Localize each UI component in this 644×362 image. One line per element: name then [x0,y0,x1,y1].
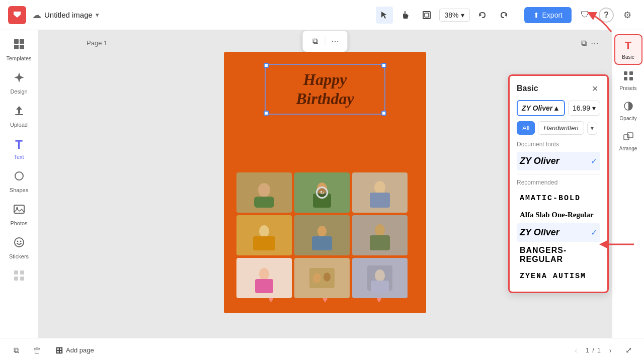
filter-all-button[interactable]: All [517,121,535,135]
photo-cell-9[interactable] [352,258,408,298]
photo-cell-8[interactable] [294,258,350,298]
page-separator: / [592,346,594,354]
svg-rect-44 [624,77,627,80]
hand-tool-button[interactable] [397,7,414,24]
svg-rect-20 [14,277,18,281]
settings-button[interactable]: ⚙ [619,7,636,24]
font-item-zyena-autism[interactable]: ZYENA AUTISM [517,268,600,285]
font-item-alfa-slab[interactable]: Alfa Slab One-Regular [517,207,600,223]
basic-icon: T [625,39,631,52]
svg-rect-1 [423,12,430,19]
font-item-bangers[interactable]: BANGERS-REGULAR [517,242,600,268]
export-button[interactable]: ⬆ Export [524,7,572,23]
sidebar-item-design[interactable]: Design [3,67,35,99]
right-sidebar: T Basic Presets Opacity Arrange [612,30,644,338]
svg-rect-13 [14,205,24,213]
font-name-alfa-slab: Alfa Slab One-Regular [520,211,594,219]
sidebar-item-more[interactable] [3,265,35,289]
sidebar-item-photos[interactable]: Photos [3,199,35,230]
heart-decorations: ♥ ♥ ♥ [224,295,426,305]
text-icon: T [15,138,23,152]
photo-cell-3[interactable] [352,172,408,213]
page-copy-button[interactable]: ⧉ [581,38,587,48]
svg-point-34 [259,268,269,280]
svg-point-26 [374,181,385,194]
font-dropdown-chevron-icon: ▲ [553,104,560,112]
bottom-copy-button[interactable]: ⧉ [8,342,24,358]
upload-icon [13,105,25,120]
title-text-element[interactable]: Happy Birthday [267,66,383,113]
font-check-zy-oliver-doc: ✓ [591,156,597,166]
sidebar-item-text[interactable]: T Text [3,134,35,164]
frame-tool-button[interactable] [418,7,435,24]
panel-title: Basic [517,84,538,93]
element-more-button[interactable]: ⋯ [328,34,343,49]
zoom-level: 38% [445,11,459,19]
font-item-zy-oliver-rec[interactable]: ZY Oliver ✓ [517,223,600,242]
font-size-chevron-icon: ▾ [592,104,596,112]
basic-label: Basic [622,54,634,60]
templates-icon [13,38,25,53]
title-chevron-icon: ▾ [96,11,99,19]
document-title-area[interactable]: ☁ Untitled image ▾ [32,10,99,21]
zoom-button[interactable]: 38% ▾ [439,9,470,22]
font-item-zy-oliver-doc[interactable]: ZY Oliver ✓ [517,152,600,170]
svg-rect-8 [14,45,19,49]
add-page-button[interactable]: ⊞ Add page [50,342,99,359]
panel-close-button[interactable]: ✕ [589,83,600,94]
svg-rect-41 [371,281,389,293]
photo-cell-5[interactable] [294,215,350,255]
svg-marker-4 [505,14,507,17]
photo-grid: ↻ [236,172,408,298]
svg-rect-45 [629,77,633,80]
selected-font-name: ZY Oliver [522,104,552,112]
canvas-title-line1: Happy [273,70,377,89]
heart-1: ♥ [268,295,274,305]
font-dropdown[interactable]: ZY Oliver ▲ [517,100,565,116]
filter-row: All Handwritten ▾ [517,121,600,135]
photo-cell-1[interactable] [236,172,292,213]
bottom-right-controls: ‹ 1 / 1 › ⤢ [570,343,636,358]
svg-rect-2 [425,13,429,17]
font-name-zy-oliver-doc: ZY Oliver [520,156,559,166]
design-label: Design [10,88,27,95]
svg-rect-27 [370,193,390,208]
next-page-button[interactable]: › [604,344,617,357]
page-label: Page 1 [87,39,107,47]
photo-cell-7[interactable] [236,258,292,298]
document-fonts-label: Document fonts [517,141,600,148]
zoom-chevron-icon: ▾ [461,11,464,19]
element-copy-button[interactable]: ⧉ [308,34,323,49]
bottom-delete-button[interactable]: 🗑 [29,342,45,358]
photo-cell-4[interactable] [236,215,292,255]
page-more-button[interactable]: ⋯ [591,38,599,48]
svg-rect-31 [312,236,332,250]
sidebar-item-stickers[interactable]: Stickers [3,232,35,263]
shield-button[interactable]: 🛡 [577,7,594,24]
recommended-fonts-label: Recommended [517,179,600,186]
right-sidebar-opacity[interactable]: Opacity [614,97,642,125]
select-tool-button[interactable] [376,7,393,24]
fullscreen-button[interactable]: ⤢ [621,343,636,358]
font-item-amatic-bold[interactable]: AMATIC-BOLD [517,190,600,207]
photo-cell-6[interactable] [352,215,408,255]
svg-marker-0 [381,12,387,19]
prev-page-button[interactable]: ‹ [570,344,583,357]
opacity-icon [623,101,633,114]
right-sidebar-arrange[interactable]: Arrange [614,127,642,155]
sidebar-item-shapes[interactable]: Shapes [3,166,35,197]
undo-button[interactable] [474,7,491,24]
photo-cell-2[interactable]: ↻ [294,172,350,213]
sidebar-item-upload[interactable]: Upload [3,101,35,132]
help-button[interactable]: ? [599,8,614,23]
filter-handwritten-button[interactable]: Handwritten [538,121,584,135]
redo-button[interactable] [495,7,512,24]
right-sidebar-presets[interactable]: Presets [614,67,642,95]
sidebar-item-templates[interactable]: Templates [3,34,35,65]
font-size-selector[interactable]: 16.99 ▾ [568,101,600,116]
svg-rect-48 [627,133,633,138]
app-logo [8,6,26,24]
right-sidebar-basic[interactable]: T Basic [614,34,642,65]
filter-more-button[interactable]: ▾ [587,122,597,135]
bottom-bar: ⧉ 🗑 ⊞ Add page ‹ 1 / 1 › ⤢ [0,338,644,362]
